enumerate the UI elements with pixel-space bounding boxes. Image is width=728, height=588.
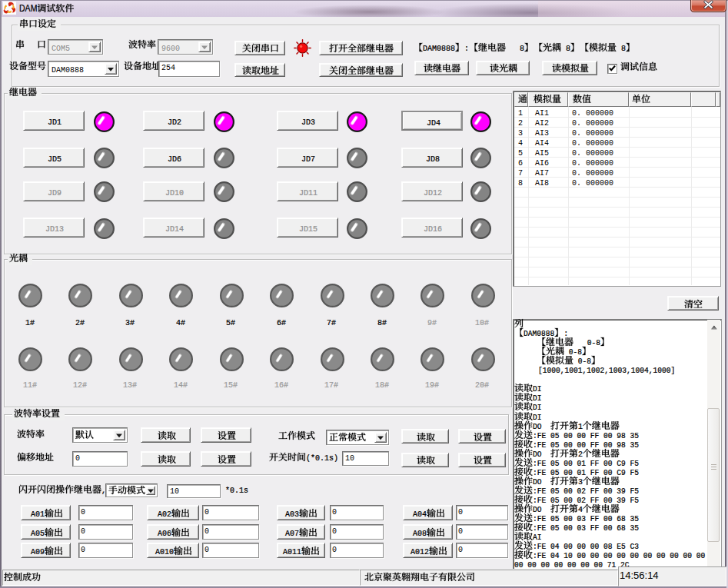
svg-text:8: 8 <box>518 179 523 188</box>
svg-text:JD13: JD13 <box>45 225 64 234</box>
svg-text:A011: A011 <box>283 548 301 556</box>
svg-text:8: 8 <box>520 45 524 53</box>
svg-text:1: 1 <box>518 109 523 118</box>
svg-text:8: 8 <box>621 45 626 53</box>
svg-text:0: 0 <box>458 527 463 536</box>
svg-text:0: 0 <box>204 508 209 517</box>
svg-text:A02: A02 <box>158 510 171 519</box>
svg-text:A04: A04 <box>413 510 427 519</box>
svg-text::: : <box>464 45 469 53</box>
svg-text:0: 0 <box>75 454 80 463</box>
svg-text:14:56:14: 14:56:14 <box>620 570 659 581</box>
svg-text:2#: 2# <box>75 319 85 327</box>
svg-text:AI5: AI5 <box>535 149 549 158</box>
svg-text:13#: 13# <box>123 381 137 390</box>
svg-text:0: 0 <box>332 508 337 517</box>
svg-text:JD7: JD7 <box>301 155 315 164</box>
svg-text:A012: A012 <box>411 548 429 556</box>
svg-text:4: 4 <box>518 139 523 148</box>
svg-text:DAM: DAM <box>19 3 37 14</box>
svg-text:JD4: JD4 <box>427 119 440 128</box>
svg-text:A010: A010 <box>155 548 174 556</box>
svg-text:JD3: JD3 <box>301 118 315 127</box>
svg-text:0. 000000: 0. 000000 <box>572 159 613 168</box>
svg-text:2: 2 <box>518 119 523 128</box>
svg-text:JD12: JD12 <box>424 189 442 198</box>
svg-text:0. 000000: 0. 000000 <box>572 179 613 188</box>
svg-text:16#: 16# <box>274 381 288 390</box>
svg-text:AI8: AI8 <box>535 179 549 188</box>
svg-text:10: 10 <box>170 487 179 496</box>
svg-text:AI7: AI7 <box>535 169 549 178</box>
svg-text:20#: 20# <box>475 381 489 390</box>
svg-text:10#: 10# <box>475 319 489 327</box>
svg-text:JD15: JD15 <box>299 225 317 234</box>
svg-text:14#: 14# <box>174 381 188 390</box>
svg-text:6#: 6# <box>277 319 286 327</box>
svg-text:AI4: AI4 <box>535 139 549 148</box>
svg-text:3#: 3# <box>125 319 135 327</box>
svg-text:5#: 5# <box>226 319 235 327</box>
svg-text:AI2: AI2 <box>535 119 549 128</box>
svg-text:JD14: JD14 <box>165 225 184 234</box>
svg-text:JD5: JD5 <box>48 155 61 164</box>
svg-text:0. 000000: 0. 000000 <box>572 149 613 158</box>
svg-text:9#: 9# <box>427 319 437 327</box>
svg-text:A05: A05 <box>31 530 45 538</box>
svg-text:15#: 15# <box>224 381 238 390</box>
svg-text:19#: 19# <box>425 381 439 390</box>
svg-text:0: 0 <box>332 546 337 554</box>
svg-text:A03: A03 <box>285 510 299 519</box>
svg-text:4#: 4# <box>176 319 185 327</box>
svg-text:A06: A06 <box>158 530 171 538</box>
svg-text:0: 0 <box>81 546 85 554</box>
svg-text:17#: 17# <box>324 381 338 390</box>
svg-text:7#: 7# <box>327 319 336 327</box>
svg-text:0. 000000: 0. 000000 <box>572 169 613 178</box>
svg-text:11#: 11# <box>23 381 37 390</box>
svg-text:8#: 8# <box>377 319 387 327</box>
svg-text:18#: 18# <box>375 381 389 390</box>
svg-text:12#: 12# <box>73 381 87 390</box>
svg-text:3: 3 <box>518 129 523 138</box>
svg-text:A09: A09 <box>31 548 45 556</box>
svg-text:JD10: JD10 <box>165 189 184 198</box>
svg-text:JD16: JD16 <box>424 225 442 234</box>
svg-text:COM5: COM5 <box>52 45 70 53</box>
svg-text:10: 10 <box>345 454 354 463</box>
svg-text:A01: A01 <box>31 510 45 519</box>
svg-text:0: 0 <box>458 546 463 554</box>
svg-text:[1000,1001,1002,1003,1004,1000: [1000,1001,1002,1003,1004,1000] <box>538 367 675 375</box>
svg-text:(*0.1s): (*0.1s) <box>306 454 338 463</box>
svg-text::FE 05 00 03 FF 00 68 35: :FE 05 00 03 FF 00 68 35 <box>533 524 639 533</box>
svg-text:0. 000000: 0. 000000 <box>572 139 613 148</box>
svg-text:5: 5 <box>518 149 523 158</box>
svg-text:AI1: AI1 <box>535 109 549 118</box>
svg-text:JD9: JD9 <box>48 189 61 198</box>
svg-text:JD6: JD6 <box>168 155 181 164</box>
svg-text:JD11: JD11 <box>299 189 317 198</box>
svg-text:7: 7 <box>518 169 523 178</box>
svg-text:AI3: AI3 <box>535 129 549 138</box>
svg-text:6: 6 <box>518 159 523 168</box>
svg-text:0. 000000: 0. 000000 <box>572 119 613 128</box>
svg-text:JD1: JD1 <box>48 118 61 127</box>
svg-text:0: 0 <box>204 527 209 536</box>
svg-text:A07: A07 <box>285 530 299 538</box>
svg-text:0. 000000: 0. 000000 <box>572 129 613 138</box>
svg-text:0: 0 <box>204 546 209 554</box>
svg-text:JD8: JD8 <box>426 155 440 164</box>
svg-text:0. 000000: 0. 000000 <box>572 109 613 118</box>
svg-text:DAM0888: DAM0888 <box>52 66 84 75</box>
svg-text:0: 0 <box>81 527 85 536</box>
svg-text:0: 0 <box>332 527 337 536</box>
svg-text:JD2: JD2 <box>168 118 181 127</box>
svg-text:AI6: AI6 <box>535 159 549 168</box>
svg-text:254: 254 <box>161 64 175 72</box>
svg-text:DAM0888: DAM0888 <box>423 45 455 53</box>
svg-text:8: 8 <box>566 45 570 53</box>
svg-text:A08: A08 <box>413 530 427 538</box>
svg-text:9600: 9600 <box>161 45 180 53</box>
svg-text:0: 0 <box>81 508 85 517</box>
svg-text:*0.1s: *0.1s <box>225 487 248 495</box>
